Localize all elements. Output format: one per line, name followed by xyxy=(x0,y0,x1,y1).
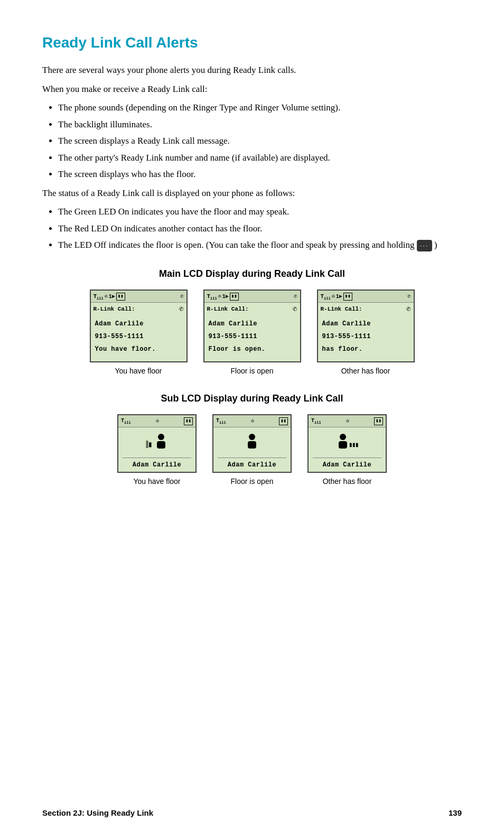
svg-rect-3 xyxy=(157,441,165,449)
headset-icon: ✆ xyxy=(180,293,184,300)
lcd-number-2: 913-555-1111 xyxy=(209,332,296,341)
battery-icon: ▮▮ xyxy=(343,293,352,301)
main-lcd-display-1: Till ✇ 1► ▮▮ ✆ R-Link Call: ✆ Adam Carli… xyxy=(90,290,188,363)
sub-signal-icon: Till xyxy=(216,417,226,426)
main-lcd-body-3: Adam Carlile 913-555-1111 has floor. xyxy=(318,316,414,361)
sub-lcd-group: Till ✇ ▮▮ ‖ ▮ Adam Carlile xyxy=(42,414,462,487)
page-footer: Section 2J: Using Ready Link 139 xyxy=(0,807,504,819)
rlink-icon: ✆ xyxy=(179,304,183,315)
sub-lcd-name-1: Adam Carlile xyxy=(123,458,191,470)
rlink-label: R-Link Call: xyxy=(207,305,249,314)
rlink-label: R-Link Call: xyxy=(321,305,362,314)
sub-lcd-name-2: Adam Carlile xyxy=(218,458,286,470)
page-title: Ready Link Call Alerts xyxy=(42,32,462,54)
svg-point-2 xyxy=(158,434,164,440)
ready-link-icon: ✇ xyxy=(332,293,335,301)
main-lcd-3: Till ✇ 1► ▮▮ ✆ R-Link Call: ✆ Adam Carli… xyxy=(317,290,415,377)
main-lcd-label-3: R-Link Call: ✆ xyxy=(318,303,414,316)
sub-lcd-display-1: Till ✇ ▮▮ ‖ ▮ Adam Carlile xyxy=(117,414,197,473)
floor-you-icon: ‖ ▮ xyxy=(123,432,191,456)
bullet-item: The phone sounds (depending on the Ringe… xyxy=(58,101,462,115)
other-has-floor-icon: ▮▮▮ xyxy=(313,432,381,456)
sub-lcd-name-3: Adam Carlile xyxy=(313,458,381,470)
sub-battery-icon: ▮▮ xyxy=(184,417,193,426)
main-lcd-group: Till ✇ 1► ▮▮ ✆ R-Link Call: ✆ Adam Carli… xyxy=(42,290,462,377)
sub-lcd-caption-2: Floor is open xyxy=(231,476,274,487)
main-lcd-caption-3: Other has floor xyxy=(341,366,390,377)
sub-signal-icon: Till xyxy=(121,417,131,426)
main-lcd-2: Till ✇ 1► ▮▮ ✆ R-Link Call: ✆ Adam Carli… xyxy=(203,290,301,377)
status-icons-left: Till ✇ 1► ▮▮ xyxy=(207,292,239,302)
sub-lcd-caption-3: Other has floor xyxy=(323,476,372,487)
sub-lcd-body-2: Adam Carlile xyxy=(213,427,291,472)
lcd-name-2: Adam Carlile xyxy=(209,319,296,329)
bullet-item-off: The LED Off indicates the floor is open.… xyxy=(58,238,462,252)
intro-paragraph-2: When you make or receive a Ready Link ca… xyxy=(42,82,462,96)
lcd-name-3: Adam Carlile xyxy=(322,319,409,329)
signal-icon: Till xyxy=(207,292,217,302)
intro-paragraph-1: There are several ways your phone alerts… xyxy=(42,63,462,77)
footer-right: 139 xyxy=(449,807,462,819)
bullet-item-red: The Red LED On indicates another contact… xyxy=(58,222,462,236)
sub-lcd-display-3: Till ✇ ▮▮ ▮▮▮ Adam Carlile xyxy=(307,414,387,473)
status-icons-right: ✆ xyxy=(294,292,297,301)
sub-lcd-display-2: Till ✇ ▮▮ Adam Carlile xyxy=(212,414,292,473)
rlink-icon: ✆ xyxy=(406,304,410,315)
bullet-list-2: The Green LED On indicates you have the … xyxy=(58,205,462,252)
svg-rect-5 xyxy=(248,441,256,449)
main-lcd-header-1: Till ✇ 1► ▮▮ ✆ xyxy=(91,291,186,303)
headset-icon: ✆ xyxy=(294,293,297,300)
ready-link-icon: ✇ xyxy=(218,293,221,301)
headset-icon: ✆ xyxy=(407,293,411,300)
lcd-name-1: Adam Carlile xyxy=(95,319,182,329)
lcd-status-1: You have floor. xyxy=(95,344,182,354)
status-icons-left: Till ✇ 1► ▮▮ xyxy=(321,292,352,302)
main-lcd-display-3: Till ✇ 1► ▮▮ ✆ R-Link Call: ✆ Adam Carli… xyxy=(317,290,415,363)
sub-lcd-header-2: Till ✇ ▮▮ xyxy=(213,415,291,427)
main-lcd-label-2: R-Link Call: ✆ xyxy=(204,303,300,316)
lcd-status-3: has floor. xyxy=(322,344,409,354)
sub-lcd-1: Till ✇ ▮▮ ‖ ▮ Adam Carlile xyxy=(117,414,197,487)
bullet-item: The backlight illuminates. xyxy=(58,118,462,132)
sub-lcd-body-1: ‖ ▮ Adam Carlile xyxy=(118,427,195,472)
svg-text:▮: ▮ xyxy=(148,441,152,448)
rlink-label: R-Link Call: xyxy=(94,305,135,314)
status-intro: The status of a Ready Link call is displ… xyxy=(42,186,462,200)
svg-point-6 xyxy=(340,434,346,440)
sub-lcd-header-3: Till ✇ ▮▮ xyxy=(309,415,386,427)
sub-lcd-3: Till ✇ ▮▮ ▮▮▮ Adam Carlile Other has flo… xyxy=(307,414,387,487)
sub-battery-icon: ▮▮ xyxy=(374,417,383,426)
battery-icon: ▮▮ xyxy=(230,293,239,301)
call-icon: 1► xyxy=(336,293,342,301)
bullet-item-green: The Green LED On indicates you have the … xyxy=(58,205,462,219)
main-lcd-heading: Main LCD Display during Ready Link Call xyxy=(42,267,462,281)
press-button-icon: ··· xyxy=(417,240,432,251)
lcd-number-3: 913-555-1111 xyxy=(322,332,409,341)
main-lcd-label-1: R-Link Call: ✆ xyxy=(91,303,186,316)
sub-signal-icon: Till xyxy=(311,417,321,426)
battery-icon: ▮▮ xyxy=(116,293,125,301)
main-lcd-display-2: Till ✇ 1► ▮▮ ✆ R-Link Call: ✆ Adam Carli… xyxy=(203,290,301,363)
call-icon: 1► xyxy=(222,293,229,301)
sub-lcd-heading: Sub LCD Display during Ready Link Call xyxy=(42,391,462,406)
footer-left: Section 2J: Using Ready Link xyxy=(42,807,153,819)
sub-lcd-body-3: ▮▮▮ Adam Carlile xyxy=(309,427,386,472)
svg-text:▮▮▮: ▮▮▮ xyxy=(349,442,359,447)
main-lcd-body-2: Adam Carlile 913-555-1111 Floor is open. xyxy=(204,316,300,361)
main-lcd-caption-1: You have floor xyxy=(115,366,162,377)
bullet-list-1: The phone sounds (depending on the Ringe… xyxy=(58,101,462,181)
status-icons-right: ✆ xyxy=(180,292,184,301)
sub-battery-icon: ▮▮ xyxy=(279,417,288,426)
bullet-item: The screen displays who has the floor. xyxy=(58,167,462,181)
svg-rect-7 xyxy=(339,441,347,449)
status-icons-left: Till ✇ 1► ▮▮ xyxy=(94,292,125,302)
call-icon: 1► xyxy=(109,293,115,301)
signal-icon: Till xyxy=(321,292,331,302)
sub-lcd-2: Till ✇ ▮▮ Adam Carlile Floor is open xyxy=(212,414,292,487)
sub-lcd-caption-1: You have floor xyxy=(134,476,181,487)
signal-icon: Till xyxy=(94,292,104,302)
main-lcd-body-1: Adam Carlile 913-555-1111 You have floor… xyxy=(91,316,186,361)
status-icons-right: ✆ xyxy=(407,292,411,301)
bullet-item: The screen displays a Ready Link call me… xyxy=(58,134,462,148)
bullet-item: The other party's Ready Link number and … xyxy=(58,151,462,165)
